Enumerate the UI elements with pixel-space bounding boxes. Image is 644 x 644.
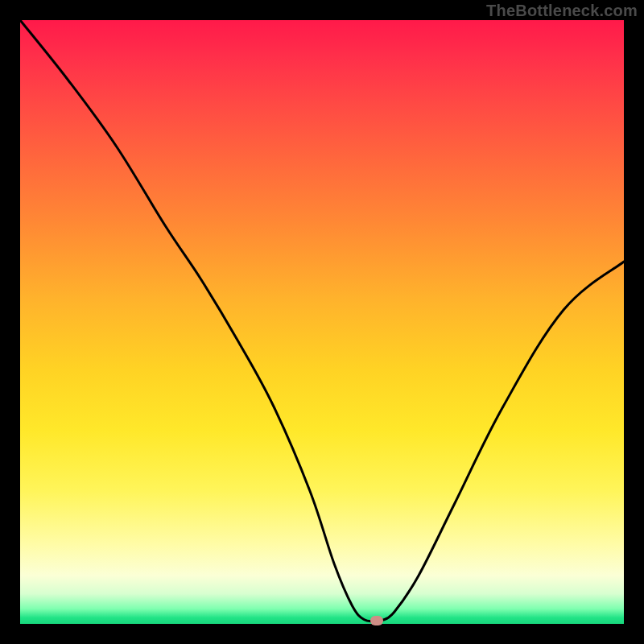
optimum-marker: [370, 616, 383, 625]
chart-frame: TheBottleneck.com: [0, 0, 644, 644]
bottleneck-curve: [20, 20, 624, 624]
watermark-text: TheBottleneck.com: [486, 2, 638, 20]
curve-path: [20, 20, 624, 621]
plot-area: [20, 20, 624, 624]
